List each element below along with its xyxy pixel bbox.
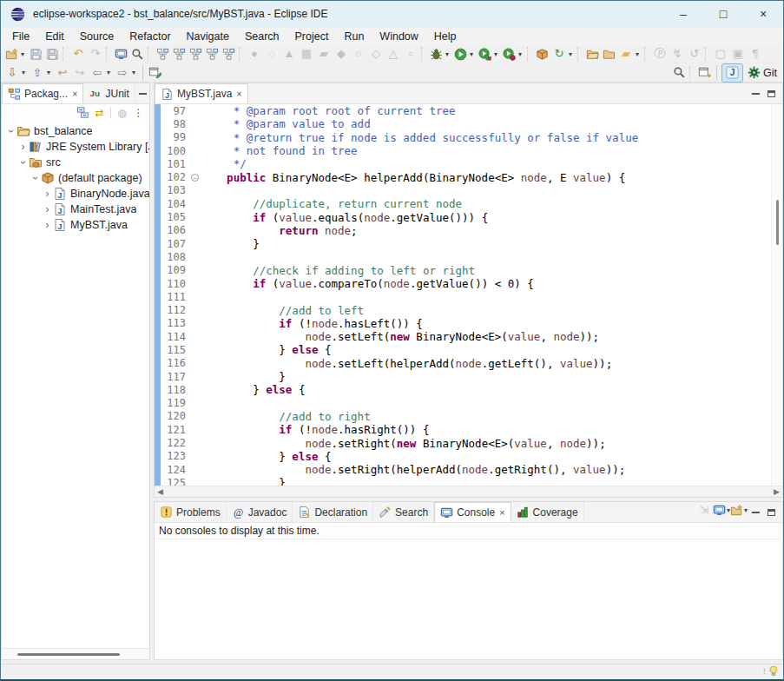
minimize-view-icon[interactable] (748, 505, 763, 520)
open-console-button[interactable]: ▾ (730, 502, 748, 518)
dropdown-arrow-icon[interactable]: ▾ (130, 69, 137, 76)
tree-item-binarynode-java[interactable]: ›JBinaryNode.java (2, 186, 149, 202)
chevron-down-icon[interactable]: › (17, 157, 30, 169)
export-button[interactable] (601, 46, 617, 63)
page-1-button[interactable]: ▢ (712, 46, 729, 63)
chevron-down-icon[interactable]: › (5, 126, 17, 137)
pin-console-button[interactable]: ⇲ (695, 502, 713, 518)
coverage-button[interactable]: ▾ (477, 46, 501, 63)
redo-button[interactable]: ↷ (87, 46, 104, 63)
maximize-button[interactable]: □ (703, 1, 743, 27)
hscroll-thumb[interactable] (17, 653, 120, 656)
previous-annotation-button[interactable]: ⇧▾ (29, 64, 54, 81)
tab-junit[interactable]: JuJUnit (83, 83, 135, 103)
chevron-right-icon[interactable]: › (42, 188, 53, 200)
lightning-button[interactable]: ↯ (669, 46, 686, 63)
profile-button[interactable]: ▾ (501, 46, 525, 63)
stop-button[interactable]: ◌ (263, 46, 280, 63)
menu-item-search[interactable]: Search (237, 29, 287, 44)
fold-collapse-icon[interactable]: – (191, 174, 199, 182)
back-button[interactable]: ⇦▾ (89, 64, 114, 81)
notification-lightbulb-icon[interactable] (768, 664, 780, 679)
scroll-left-icon[interactable]: ◀ (157, 487, 163, 496)
run-button[interactable]: ▾ (452, 46, 477, 63)
tree-item-bst-balance[interactable]: ›bst_balance (2, 123, 149, 139)
record-button[interactable]: ● (246, 46, 263, 63)
java-perspective-button[interactable]: J (722, 64, 742, 82)
save-all-button[interactable] (44, 46, 61, 63)
launch-config-4-button[interactable] (204, 46, 221, 63)
view-menu-button[interactable]: ⋮ (130, 105, 147, 120)
undo-button[interactable]: ↶ (69, 46, 87, 63)
chevron-right-icon[interactable]: › (42, 219, 53, 231)
step-button[interactable]: ▲ (280, 46, 298, 63)
launch-config-5-button[interactable] (221, 46, 237, 63)
tab-problems[interactable]: Problems (155, 502, 227, 522)
sync-button[interactable]: ↻▾ (550, 46, 576, 63)
minimize-view-icon[interactable] (135, 86, 151, 102)
menu-item-window[interactable]: Window (372, 29, 425, 44)
tab-javadoc[interactable]: @Javadoc (227, 502, 293, 522)
display-selected-console-button[interactable]: ▾ (713, 502, 730, 518)
minimize-view-icon[interactable] (748, 86, 763, 102)
memory-button[interactable]: ▦ (298, 46, 315, 63)
launch-config-1-button[interactable] (155, 46, 171, 63)
maximize-view-icon[interactable] (763, 505, 779, 520)
page-2-button[interactable]: ▣ (729, 46, 747, 63)
tree-item-jre-system-library[interactable]: ›JRE System Library [Java (2, 139, 149, 155)
minimize-button[interactable]: – (663, 1, 703, 27)
dropdown-arrow-icon[interactable]: ▾ (517, 50, 524, 58)
p-button[interactable]: Ⓟ (651, 46, 669, 63)
dropdown-arrow-icon[interactable]: ▾ (468, 50, 475, 58)
scroll-right-icon[interactable]: ▶ (774, 487, 780, 496)
dropdown-arrow-icon[interactable]: ▾ (492, 50, 499, 58)
next-edit-location-button[interactable]: ↪ (71, 64, 89, 81)
import-button[interactable] (584, 46, 601, 63)
dropdown-arrow-icon[interactable]: ▾ (567, 50, 574, 58)
menu-item-refactor[interactable]: Refactor (122, 29, 178, 44)
triangle-button[interactable]: △ (385, 46, 402, 63)
forward-button[interactable]: ⇨▾ (114, 64, 139, 81)
chevron-right-icon[interactable]: › (17, 141, 29, 153)
quick-search-button[interactable] (671, 64, 688, 81)
code-area[interactable]: 97 * @param root root of current tree98 … (155, 104, 771, 486)
link-with-editor-button[interactable]: ⇄ (91, 105, 108, 120)
tab-mybst-java[interactable]: J MyBST.java × (155, 83, 248, 103)
pin-editor-button[interactable] (147, 64, 163, 81)
last-edit-location-button[interactable]: ↩ (54, 64, 71, 81)
tab-coverage[interactable]: Coverage (511, 502, 584, 522)
maximize-view-icon[interactable] (763, 86, 779, 102)
tab-console[interactable]: Console× (434, 502, 511, 522)
circle-button[interactable]: ○ (350, 46, 367, 63)
new-wizard-button[interactable]: ▾ (3, 46, 28, 63)
editor-vscrollbar[interactable] (771, 104, 782, 486)
debug-button[interactable]: ▾ (428, 46, 452, 63)
dropdown-arrow-icon[interactable]: ▾ (634, 50, 641, 58)
dropdown-arrow-icon[interactable]: ▾ (105, 69, 112, 76)
launch-config-2-button[interactable] (171, 46, 188, 63)
new-package-button[interactable] (534, 46, 550, 63)
close-tab-icon[interactable]: × (236, 89, 241, 99)
square-button[interactable]: ▫ (402, 46, 419, 63)
vscroll-thumb[interactable] (776, 200, 779, 245)
launch-config-3-button[interactable] (188, 46, 204, 63)
close-button[interactable]: × (743, 1, 783, 27)
close-tab-icon[interactable]: × (499, 507, 504, 518)
chevron-right-icon[interactable]: › (42, 203, 53, 215)
collapse-all-button[interactable] (75, 105, 91, 120)
git-perspective-button[interactable]: Git (744, 64, 781, 82)
open-perspective-button[interactable] (696, 64, 713, 81)
menu-item-project[interactable]: Project (287, 29, 337, 44)
open-console-button[interactable] (113, 46, 129, 63)
pilcrow-button[interactable]: ¶ (747, 46, 764, 63)
package-explorer-hscrollbar[interactable] (2, 648, 149, 659)
dropdown-arrow-icon[interactable]: ▾ (444, 50, 451, 58)
menu-item-navigate[interactable]: Navigate (179, 29, 237, 44)
close-tab-icon[interactable]: × (72, 89, 77, 99)
tree-item-default-package[interactable]: ›(default package) (2, 170, 149, 186)
tree-item-mybst-java[interactable]: ›JMyBST.java (2, 217, 149, 233)
save-button[interactable] (28, 46, 44, 63)
search-toolbar-button[interactable] (129, 46, 146, 63)
rerun-button[interactable]: ↺ (686, 46, 703, 63)
menu-item-source[interactable]: Source (72, 29, 122, 44)
